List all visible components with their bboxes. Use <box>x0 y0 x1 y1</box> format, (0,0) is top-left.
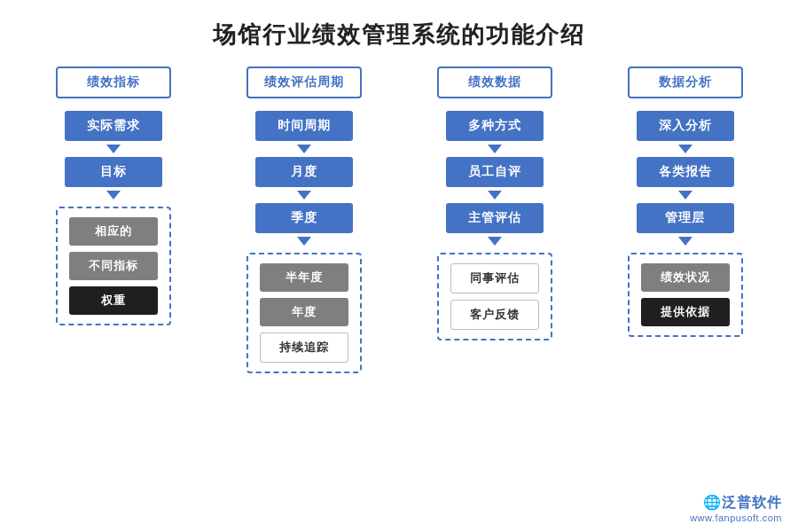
dashed-box-col1: 相应的不同指标权重 <box>56 207 171 325</box>
flow-box-col4-0: 深入分析 <box>637 111 734 141</box>
arrow-col2-0 <box>297 145 311 153</box>
flow-box-col3-2: 主管评估 <box>446 203 544 233</box>
arrow-col3-1 <box>488 191 502 200</box>
col-header-col1: 绩效指标 <box>56 66 171 98</box>
dashed-item-col1-2: 权重 <box>69 286 158 315</box>
flow-box-col1-0: 实际需求 <box>65 111 162 141</box>
arrow-dashed-col1 <box>106 191 121 200</box>
arrow-col4-0 <box>678 145 692 153</box>
arrow-col4-1 <box>678 191 692 200</box>
col-header-col4: 数据分析 <box>628 66 743 98</box>
flow-box-col4-2: 管理层 <box>637 203 734 233</box>
flow-box-col2-1: 月度 <box>255 157 353 187</box>
arrow-col3-0 <box>488 145 502 153</box>
arrow-dashed-col3 <box>488 237 502 246</box>
watermark: 🌐泛普软件 www.fanpusoft.com <box>690 494 782 523</box>
column-col1: 绩效指标实际需求目标相应的不同指标权重 <box>18 66 208 325</box>
dashed-item-col2-0: 半年度 <box>260 263 348 292</box>
dashed-item-col2-2: 持续追踪 <box>260 332 348 363</box>
arrow-dashed-col4 <box>678 237 692 246</box>
dashed-box-col4: 绩效状况提供依据 <box>628 253 743 337</box>
main-content: 绩效指标实际需求目标相应的不同指标权重绩效评估周期时间周期月度季度半年度年度持续… <box>0 66 798 373</box>
dashed-item-col1-1: 不同指标 <box>69 252 158 280</box>
dashed-item-col4-1: 提供依据 <box>641 298 730 326</box>
dashed-item-col4-0: 绩效状况 <box>641 263 730 292</box>
arrow-dashed-col2 <box>297 237 311 246</box>
arrow-col2-1 <box>297 191 311 200</box>
dashed-item-col1-0: 相应的 <box>69 217 158 246</box>
flow-box-col1-1: 目标 <box>65 157 162 187</box>
dashed-item-col3-1: 客户反馈 <box>450 300 539 330</box>
flow-box-col4-1: 各类报告 <box>637 157 734 187</box>
flow-box-col2-0: 时间周期 <box>255 111 353 141</box>
dashed-box-col2: 半年度年度持续追踪 <box>246 253 362 373</box>
watermark-logo: 🌐泛普软件 <box>703 494 782 512</box>
page-title: 场馆行业绩效管理系统的功能介绍 <box>0 0 798 66</box>
flow-box-col3-0: 多种方式 <box>446 111 544 141</box>
dashed-item-col2-1: 年度 <box>260 298 348 326</box>
watermark-url: www.fanpusoft.com <box>690 512 782 523</box>
column-col2: 绩效评估周期时间周期月度季度半年度年度持续追踪 <box>208 66 399 373</box>
column-col4: 数据分析深入分析各类报告管理层绩效状况提供依据 <box>590 66 780 337</box>
dashed-item-col3-0: 同事评估 <box>450 263 539 293</box>
arrow-col1-0 <box>106 145 121 153</box>
col-header-col2: 绩效评估周期 <box>246 66 362 98</box>
col-header-col3: 绩效数据 <box>437 66 552 98</box>
dashed-box-col3: 同事评估客户反馈 <box>437 253 552 340</box>
column-col3: 绩效数据多种方式员工自评主管评估同事评估客户反馈 <box>399 66 590 340</box>
flow-box-col2-2: 季度 <box>255 203 353 233</box>
flow-box-col3-1: 员工自评 <box>446 157 544 187</box>
